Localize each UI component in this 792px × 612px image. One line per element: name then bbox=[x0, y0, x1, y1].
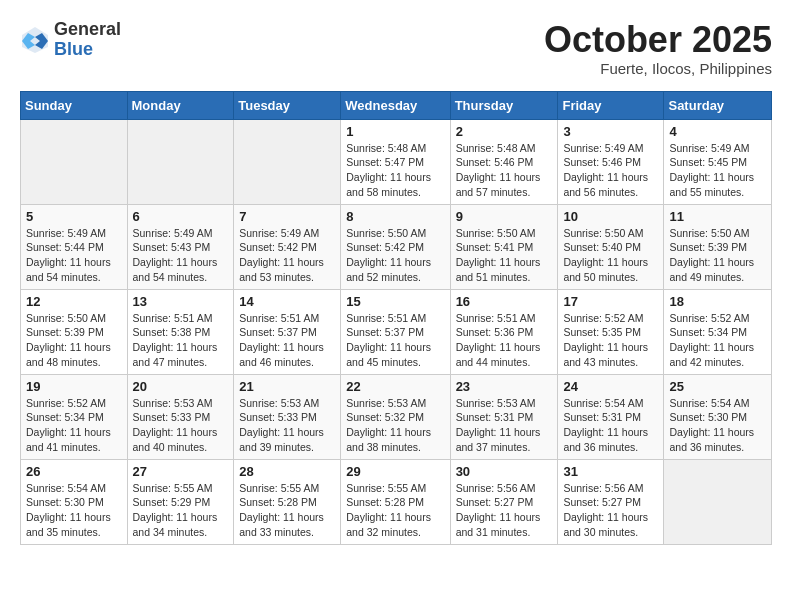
day-number: 11 bbox=[669, 209, 766, 224]
day-info: Sunrise: 5:56 AMSunset: 5:27 PMDaylight:… bbox=[456, 481, 553, 540]
week-row-5: 26Sunrise: 5:54 AMSunset: 5:30 PMDayligh… bbox=[21, 459, 772, 544]
calendar-cell: 24Sunrise: 5:54 AMSunset: 5:31 PMDayligh… bbox=[558, 374, 664, 459]
day-number: 4 bbox=[669, 124, 766, 139]
day-info: Sunrise: 5:54 AMSunset: 5:31 PMDaylight:… bbox=[563, 396, 658, 455]
day-number: 9 bbox=[456, 209, 553, 224]
day-number: 28 bbox=[239, 464, 335, 479]
weekday-header-monday: Monday bbox=[127, 91, 234, 119]
day-number: 3 bbox=[563, 124, 658, 139]
day-info: Sunrise: 5:56 AMSunset: 5:27 PMDaylight:… bbox=[563, 481, 658, 540]
week-row-3: 12Sunrise: 5:50 AMSunset: 5:39 PMDayligh… bbox=[21, 289, 772, 374]
calendar-cell: 22Sunrise: 5:53 AMSunset: 5:32 PMDayligh… bbox=[341, 374, 450, 459]
month-title: October 2025 bbox=[544, 20, 772, 60]
calendar-cell: 21Sunrise: 5:53 AMSunset: 5:33 PMDayligh… bbox=[234, 374, 341, 459]
calendar-cell: 2Sunrise: 5:48 AMSunset: 5:46 PMDaylight… bbox=[450, 119, 558, 204]
week-row-4: 19Sunrise: 5:52 AMSunset: 5:34 PMDayligh… bbox=[21, 374, 772, 459]
day-info: Sunrise: 5:50 AMSunset: 5:41 PMDaylight:… bbox=[456, 226, 553, 285]
weekday-header-wednesday: Wednesday bbox=[341, 91, 450, 119]
day-number: 20 bbox=[133, 379, 229, 394]
calendar-cell: 26Sunrise: 5:54 AMSunset: 5:30 PMDayligh… bbox=[21, 459, 128, 544]
calendar-cell: 4Sunrise: 5:49 AMSunset: 5:45 PMDaylight… bbox=[664, 119, 772, 204]
day-info: Sunrise: 5:48 AMSunset: 5:46 PMDaylight:… bbox=[456, 141, 553, 200]
day-info: Sunrise: 5:55 AMSunset: 5:29 PMDaylight:… bbox=[133, 481, 229, 540]
calendar-cell: 9Sunrise: 5:50 AMSunset: 5:41 PMDaylight… bbox=[450, 204, 558, 289]
title-area: October 2025 Fuerte, Ilocos, Philippines bbox=[544, 20, 772, 77]
logo-general: General bbox=[54, 20, 121, 40]
weekday-header-friday: Friday bbox=[558, 91, 664, 119]
weekday-header-saturday: Saturday bbox=[664, 91, 772, 119]
day-info: Sunrise: 5:50 AMSunset: 5:39 PMDaylight:… bbox=[26, 311, 122, 370]
calendar-cell: 6Sunrise: 5:49 AMSunset: 5:43 PMDaylight… bbox=[127, 204, 234, 289]
header: General Blue October 2025 Fuerte, Ilocos… bbox=[20, 20, 772, 77]
day-number: 24 bbox=[563, 379, 658, 394]
day-info: Sunrise: 5:51 AMSunset: 5:37 PMDaylight:… bbox=[346, 311, 444, 370]
logo-blue: Blue bbox=[54, 40, 121, 60]
day-info: Sunrise: 5:50 AMSunset: 5:42 PMDaylight:… bbox=[346, 226, 444, 285]
calendar-cell: 30Sunrise: 5:56 AMSunset: 5:27 PMDayligh… bbox=[450, 459, 558, 544]
day-info: Sunrise: 5:55 AMSunset: 5:28 PMDaylight:… bbox=[239, 481, 335, 540]
day-number: 18 bbox=[669, 294, 766, 309]
day-info: Sunrise: 5:49 AMSunset: 5:44 PMDaylight:… bbox=[26, 226, 122, 285]
day-info: Sunrise: 5:53 AMSunset: 5:32 PMDaylight:… bbox=[346, 396, 444, 455]
day-number: 6 bbox=[133, 209, 229, 224]
day-info: Sunrise: 5:52 AMSunset: 5:34 PMDaylight:… bbox=[26, 396, 122, 455]
day-number: 29 bbox=[346, 464, 444, 479]
calendar: SundayMondayTuesdayWednesdayThursdayFrid… bbox=[20, 91, 772, 545]
calendar-cell: 25Sunrise: 5:54 AMSunset: 5:30 PMDayligh… bbox=[664, 374, 772, 459]
calendar-cell: 1Sunrise: 5:48 AMSunset: 5:47 PMDaylight… bbox=[341, 119, 450, 204]
day-info: Sunrise: 5:54 AMSunset: 5:30 PMDaylight:… bbox=[26, 481, 122, 540]
day-number: 16 bbox=[456, 294, 553, 309]
day-info: Sunrise: 5:51 AMSunset: 5:37 PMDaylight:… bbox=[239, 311, 335, 370]
day-number: 19 bbox=[26, 379, 122, 394]
day-number: 31 bbox=[563, 464, 658, 479]
day-number: 15 bbox=[346, 294, 444, 309]
page: General Blue October 2025 Fuerte, Ilocos… bbox=[0, 0, 792, 555]
day-info: Sunrise: 5:49 AMSunset: 5:43 PMDaylight:… bbox=[133, 226, 229, 285]
day-info: Sunrise: 5:49 AMSunset: 5:42 PMDaylight:… bbox=[239, 226, 335, 285]
calendar-cell bbox=[234, 119, 341, 204]
day-number: 21 bbox=[239, 379, 335, 394]
logo-icon bbox=[20, 25, 50, 55]
day-number: 23 bbox=[456, 379, 553, 394]
day-number: 22 bbox=[346, 379, 444, 394]
day-info: Sunrise: 5:52 AMSunset: 5:35 PMDaylight:… bbox=[563, 311, 658, 370]
calendar-cell: 19Sunrise: 5:52 AMSunset: 5:34 PMDayligh… bbox=[21, 374, 128, 459]
day-number: 14 bbox=[239, 294, 335, 309]
day-number: 13 bbox=[133, 294, 229, 309]
day-info: Sunrise: 5:54 AMSunset: 5:30 PMDaylight:… bbox=[669, 396, 766, 455]
location-subtitle: Fuerte, Ilocos, Philippines bbox=[544, 60, 772, 77]
calendar-cell: 15Sunrise: 5:51 AMSunset: 5:37 PMDayligh… bbox=[341, 289, 450, 374]
day-info: Sunrise: 5:53 AMSunset: 5:33 PMDaylight:… bbox=[133, 396, 229, 455]
calendar-cell: 29Sunrise: 5:55 AMSunset: 5:28 PMDayligh… bbox=[341, 459, 450, 544]
weekday-header-row: SundayMondayTuesdayWednesdayThursdayFrid… bbox=[21, 91, 772, 119]
day-number: 1 bbox=[346, 124, 444, 139]
day-number: 27 bbox=[133, 464, 229, 479]
calendar-cell: 13Sunrise: 5:51 AMSunset: 5:38 PMDayligh… bbox=[127, 289, 234, 374]
day-number: 25 bbox=[669, 379, 766, 394]
day-info: Sunrise: 5:49 AMSunset: 5:46 PMDaylight:… bbox=[563, 141, 658, 200]
calendar-cell bbox=[664, 459, 772, 544]
day-number: 17 bbox=[563, 294, 658, 309]
calendar-cell: 23Sunrise: 5:53 AMSunset: 5:31 PMDayligh… bbox=[450, 374, 558, 459]
calendar-cell: 18Sunrise: 5:52 AMSunset: 5:34 PMDayligh… bbox=[664, 289, 772, 374]
day-info: Sunrise: 5:51 AMSunset: 5:38 PMDaylight:… bbox=[133, 311, 229, 370]
day-info: Sunrise: 5:50 AMSunset: 5:39 PMDaylight:… bbox=[669, 226, 766, 285]
day-number: 5 bbox=[26, 209, 122, 224]
weekday-header-sunday: Sunday bbox=[21, 91, 128, 119]
day-number: 8 bbox=[346, 209, 444, 224]
calendar-cell: 20Sunrise: 5:53 AMSunset: 5:33 PMDayligh… bbox=[127, 374, 234, 459]
calendar-cell: 7Sunrise: 5:49 AMSunset: 5:42 PMDaylight… bbox=[234, 204, 341, 289]
calendar-cell: 17Sunrise: 5:52 AMSunset: 5:35 PMDayligh… bbox=[558, 289, 664, 374]
day-info: Sunrise: 5:53 AMSunset: 5:31 PMDaylight:… bbox=[456, 396, 553, 455]
day-info: Sunrise: 5:50 AMSunset: 5:40 PMDaylight:… bbox=[563, 226, 658, 285]
day-number: 10 bbox=[563, 209, 658, 224]
day-info: Sunrise: 5:48 AMSunset: 5:47 PMDaylight:… bbox=[346, 141, 444, 200]
calendar-cell: 12Sunrise: 5:50 AMSunset: 5:39 PMDayligh… bbox=[21, 289, 128, 374]
day-number: 12 bbox=[26, 294, 122, 309]
calendar-cell: 3Sunrise: 5:49 AMSunset: 5:46 PMDaylight… bbox=[558, 119, 664, 204]
day-info: Sunrise: 5:52 AMSunset: 5:34 PMDaylight:… bbox=[669, 311, 766, 370]
day-number: 26 bbox=[26, 464, 122, 479]
day-info: Sunrise: 5:53 AMSunset: 5:33 PMDaylight:… bbox=[239, 396, 335, 455]
calendar-cell: 14Sunrise: 5:51 AMSunset: 5:37 PMDayligh… bbox=[234, 289, 341, 374]
calendar-cell: 28Sunrise: 5:55 AMSunset: 5:28 PMDayligh… bbox=[234, 459, 341, 544]
